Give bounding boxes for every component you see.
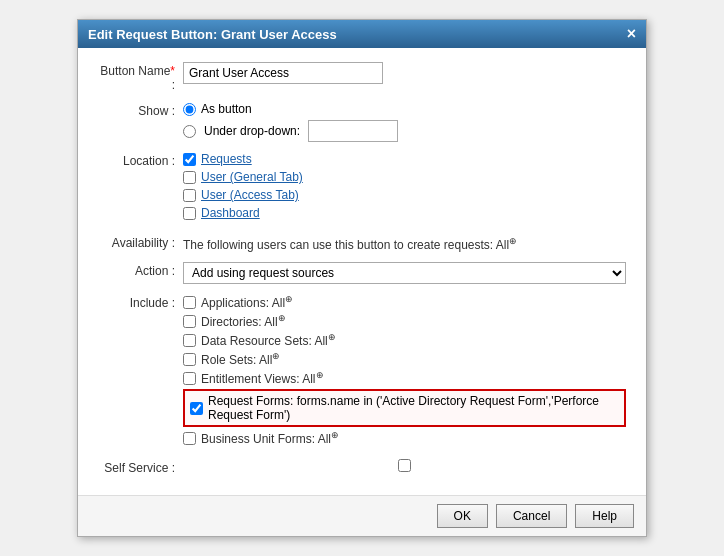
location-content: Requests User (General Tab) User (Access… [183,152,626,224]
include-role-sets-label: Role Sets: All⊕ [201,351,280,367]
show-as-button-radio[interactable] [183,103,196,116]
self-service-content [183,459,626,472]
show-label: Show : [98,102,183,118]
dialog-title-bar: Edit Request Button: Grant User Access × [78,20,646,48]
include-role-sets: Role Sets: All⊕ [183,351,626,367]
include-data-resource-sets-checkbox[interactable] [183,334,196,347]
include-applications-checkbox[interactable] [183,296,196,309]
show-as-button-row: As button [183,102,626,116]
self-service-row: Self Service : [98,459,626,475]
include-business-unit-forms: Business Unit Forms: All⊕ [183,430,626,446]
show-row: Show : As button Under drop-down: [98,102,626,142]
self-service-label: Self Service : [98,459,183,475]
include-role-sets-checkbox[interactable] [183,353,196,366]
button-name-row: Button Name* : [98,62,626,92]
button-name-content [183,62,626,84]
action-content: Add using request sources [183,262,626,284]
include-row: Include : Applications: All⊕ Directories… [98,294,626,449]
show-under-dropdown-label: Under drop-down: [204,124,300,138]
availability-label: Availability : [98,234,183,250]
dialog-title-text: Edit Request Button: Grant User Access [88,27,337,42]
location-user-access-checkbox[interactable] [183,189,196,202]
include-directories-checkbox[interactable] [183,315,196,328]
button-name-label: Button Name* : [98,62,183,92]
location-dashboard-label[interactable]: Dashboard [201,206,260,220]
include-entitlement-views-checkbox[interactable] [183,372,196,385]
location-user-general-row: User (General Tab) [183,170,626,184]
include-entitlement-views: Entitlement Views: All⊕ [183,370,626,386]
dialog-body: Button Name* : Show : As button Under dr… [78,48,646,495]
location-user-access-row: User (Access Tab) [183,188,626,202]
location-dashboard-row: Dashboard [183,206,626,220]
include-entitlement-views-label: Entitlement Views: All⊕ [201,370,324,386]
include-business-unit-forms-label: Business Unit Forms: All⊕ [201,430,339,446]
close-button[interactable]: × [627,26,636,42]
include-request-forms-label: Request Forms: forms.name in ('Active Di… [208,394,619,422]
include-applications: Applications: All⊕ [183,294,626,310]
include-content: Applications: All⊕ Directories: All⊕ Dat… [183,294,626,449]
show-content: As button Under drop-down: [183,102,626,142]
self-service-checkbox[interactable] [183,459,626,472]
include-data-resource-sets: Data Resource Sets: All⊕ [183,332,626,348]
include-directories-label: Directories: All⊕ [201,313,286,329]
location-user-general-checkbox[interactable] [183,171,196,184]
action-select[interactable]: Add using request sources [183,262,626,284]
show-under-dropdown-radio[interactable] [183,125,196,138]
availability-text: The following users can use this button … [183,234,626,252]
availability-content: The following users can use this button … [183,234,626,252]
include-directories: Directories: All⊕ [183,313,626,329]
include-request-forms-checkbox[interactable] [190,402,203,415]
button-name-input[interactable] [183,62,383,84]
ok-button[interactable]: OK [437,504,488,528]
show-as-button-label: As button [201,102,252,116]
include-label: Include : [98,294,183,310]
location-requests-row: Requests [183,152,626,166]
location-requests-checkbox[interactable] [183,153,196,166]
include-data-resource-sets-label: Data Resource Sets: All⊕ [201,332,336,348]
edit-request-button-dialog: Edit Request Button: Grant User Access ×… [77,19,647,537]
location-label: Location : [98,152,183,168]
include-request-forms-highlighted: Request Forms: forms.name in ('Active Di… [183,389,626,427]
cancel-button[interactable]: Cancel [496,504,567,528]
dropdown-text-input[interactable] [308,120,398,142]
dialog-footer: OK Cancel Help [78,495,646,536]
include-business-unit-forms-checkbox[interactable] [183,432,196,445]
location-user-access-label[interactable]: User (Access Tab) [201,188,299,202]
include-applications-label: Applications: All⊕ [201,294,293,310]
action-row: Action : Add using request sources [98,262,626,284]
availability-row: Availability : The following users can u… [98,234,626,252]
show-under-dropdown-row: Under drop-down: [183,120,626,142]
location-dashboard-checkbox[interactable] [183,207,196,220]
location-user-general-label[interactable]: User (General Tab) [201,170,303,184]
location-row: Location : Requests User (General Tab) U… [98,152,626,224]
help-button[interactable]: Help [575,504,634,528]
action-label: Action : [98,262,183,278]
location-requests-label[interactable]: Requests [201,152,252,166]
